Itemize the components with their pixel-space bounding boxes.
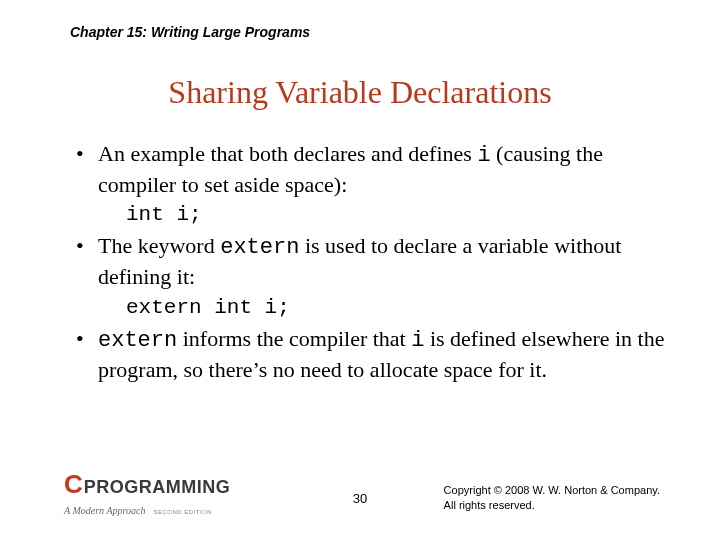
slide-content: An example that both declares and define…	[70, 140, 665, 388]
bullet-item: An example that both declares and define…	[70, 140, 665, 228]
footer: C PROGRAMMING A Modern Approach SECOND E…	[0, 472, 720, 518]
inline-code: extern	[220, 235, 299, 260]
inline-code: i	[411, 328, 424, 353]
copyright: Copyright © 2008 W. W. Norton & Company.…	[444, 483, 660, 512]
bullet-item: The keyword extern is used to declare a …	[70, 232, 665, 320]
inline-code: i	[477, 143, 490, 168]
bullet-text: informs the compiler that	[177, 326, 411, 351]
bullet-item: extern informs the compiler that i is de…	[70, 325, 665, 384]
copyright-line: Copyright © 2008 W. W. Norton & Company.	[444, 483, 660, 497]
slide-title: Sharing Variable Declarations	[0, 74, 720, 111]
chapter-header: Chapter 15: Writing Large Programs	[70, 24, 310, 40]
code-block: int i;	[126, 201, 665, 228]
bullet-text: The keyword	[98, 233, 220, 258]
inline-code: extern	[98, 328, 177, 353]
bullet-text: An example that both declares and define…	[98, 141, 477, 166]
logo-edition: SECOND EDITION	[153, 509, 212, 515]
copyright-line: All rights reserved.	[444, 498, 660, 512]
logo-subtitle: A Modern Approach	[64, 505, 145, 516]
code-block: extern int i;	[126, 294, 665, 321]
